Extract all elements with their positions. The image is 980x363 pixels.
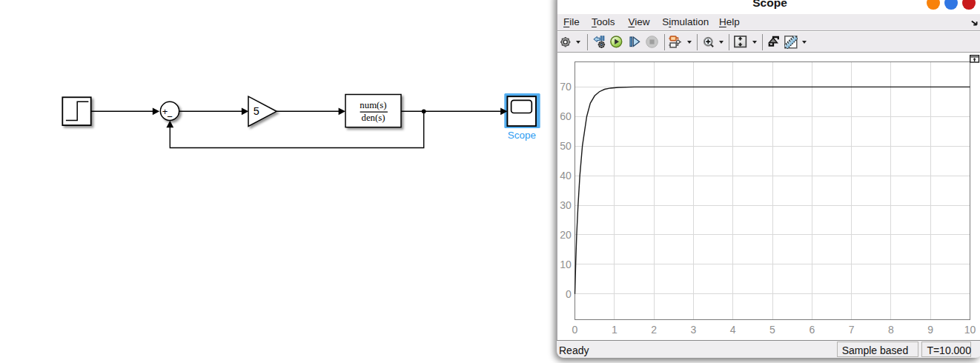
- svg-text:9: 9: [927, 324, 933, 336]
- svg-text:60: 60: [560, 110, 572, 122]
- svg-text:70: 70: [560, 81, 572, 93]
- svg-text:3: 3: [691, 324, 697, 336]
- svg-text:den(s): den(s): [362, 113, 385, 123]
- svg-text:5: 5: [769, 324, 775, 336]
- svg-text:8: 8: [888, 324, 894, 336]
- svg-text:50: 50: [560, 140, 572, 152]
- svg-text:0: 0: [572, 324, 578, 336]
- svg-text:30: 30: [560, 199, 572, 211]
- svg-text:−: −: [167, 111, 173, 122]
- svg-text:5: 5: [254, 105, 259, 117]
- svg-text:num(s): num(s): [360, 100, 386, 110]
- svg-text:1: 1: [612, 324, 618, 336]
- svg-text:7: 7: [849, 324, 855, 336]
- svg-text:Scope: Scope: [508, 130, 536, 141]
- svg-text:4: 4: [730, 324, 736, 336]
- svg-text:10: 10: [560, 259, 572, 270]
- svg-text:40: 40: [560, 170, 572, 182]
- svg-text:6: 6: [809, 324, 815, 336]
- svg-text:0: 0: [566, 288, 572, 300]
- svg-text:2: 2: [651, 324, 657, 336]
- svg-text:20: 20: [560, 229, 572, 241]
- svg-text:10: 10: [964, 324, 976, 336]
